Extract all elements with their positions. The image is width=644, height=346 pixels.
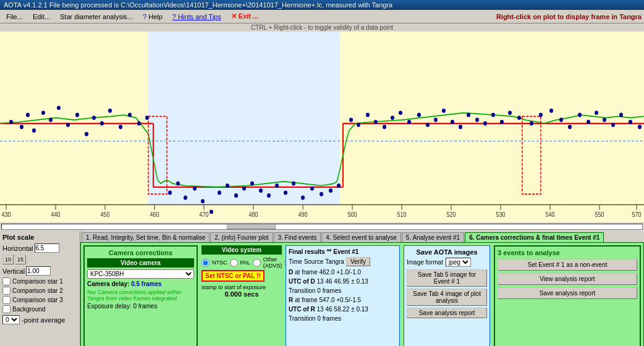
star-diameter-menu[interactable]: Star diameter analysis... <box>56 12 137 22</box>
svg-point-62 <box>210 209 213 214</box>
svg-point-76 <box>329 188 333 193</box>
set-event-button[interactable]: Set Event # 1 as a non-event <box>498 259 637 271</box>
tab-5[interactable]: 5. Analyse event #1 <box>402 232 464 242</box>
comp-star-2-checkbox[interactable] <box>2 287 11 295</box>
video-system-label: Video system <box>201 245 282 255</box>
svg-point-80 <box>366 113 370 117</box>
set-ntsc-button[interactable]: Set NTSC or PAL !! <box>201 270 265 282</box>
horizontal-scrollbar[interactable] <box>0 222 644 231</box>
svg-text:500: 500 <box>347 211 357 218</box>
svg-point-74 <box>310 187 314 191</box>
svg-point-53 <box>119 125 122 129</box>
svg-point-90 <box>451 120 454 124</box>
svg-point-100 <box>539 113 543 117</box>
right-click-hint: Right-click on plot to display frame in … <box>496 13 642 20</box>
svg-point-48 <box>75 113 79 117</box>
r-row: R at frame 547.0 +0.5/-1.5 <box>289 295 397 305</box>
svg-point-75 <box>320 192 323 196</box>
svg-point-61 <box>201 199 205 203</box>
save-tab4-button[interactable]: Save Tab 4 image of plot analysis <box>407 289 487 306</box>
pal-radio[interactable] <box>230 259 238 267</box>
scrollbar-thumb[interactable] <box>226 224 276 229</box>
scrollbar-track[interactable] <box>1 224 643 230</box>
svg-point-110 <box>629 120 632 124</box>
ntsc-label: NTSC <box>212 260 227 266</box>
svg-point-49 <box>85 132 88 137</box>
svg-point-87 <box>426 123 430 127</box>
h-btn-15[interactable]: 15 <box>15 255 26 264</box>
svg-rect-0 <box>0 32 148 205</box>
edit-menu[interactable]: Edit... <box>29 12 54 22</box>
save-report-button[interactable]: Save analysis report <box>498 287 637 299</box>
svg-text:470: 470 <box>199 211 208 218</box>
tab-2[interactable]: 2. (info) Fourier plot <box>210 232 273 242</box>
svg-point-69 <box>267 193 271 198</box>
plot-scale-label: Plot scale <box>2 234 77 241</box>
svg-point-60 <box>193 187 197 191</box>
ntsc-radio[interactable] <box>201 259 210 267</box>
svg-rect-2 <box>340 32 644 205</box>
svg-point-107 <box>603 118 606 122</box>
svg-text:480: 480 <box>248 211 258 218</box>
transition1-row: Transition 0 frames <box>289 286 397 295</box>
h-btn-10[interactable]: 10 <box>2 255 14 264</box>
background-checkbox[interactable] <box>2 305 11 313</box>
camera-model-select[interactable]: KPC-350BH <box>87 269 194 279</box>
cam-corrections-title: Camera corrections <box>87 249 194 256</box>
comp-star-3-row: Comparison star 3 <box>2 296 77 304</box>
comp-star-1-checkbox[interactable] <box>2 277 11 285</box>
svg-point-59 <box>184 196 187 200</box>
comp-star-1-label: Comparison star 1 <box>12 278 63 285</box>
utcd-row: UTC of D 13 46 46.95 ± 0.13 <box>289 277 397 286</box>
events-panel-title: 3 events to analyse <box>498 249 637 256</box>
controls-area: 1. Read, Integrity, Set time, Bin & norm… <box>80 231 644 346</box>
svg-point-58 <box>176 182 180 186</box>
title-text: AOTA v4.1.2.1 File being processed is C:… <box>4 1 392 9</box>
exit-button[interactable]: ✕ Exit ... <box>227 11 262 22</box>
video-camera-label: Video camera <box>87 258 194 268</box>
svg-point-68 <box>259 188 263 193</box>
plot-area[interactable]: 430 440 450 460 470 480 490 500 510 520 <box>0 32 644 222</box>
vertical-input[interactable] <box>26 266 51 276</box>
tab-1[interactable]: 1. Read, Integrity, Set time, Bin & norm… <box>82 232 210 242</box>
svg-point-44 <box>41 111 45 115</box>
svg-text:440: 440 <box>51 211 60 218</box>
view-report-button[interactable]: View analysis report <box>498 273 637 285</box>
save-tab5-button[interactable]: Save Tab 5 image for Event # 1 <box>407 269 487 287</box>
horizontal-input[interactable] <box>35 243 59 253</box>
svg-point-40 <box>9 120 13 124</box>
secs-value: 0.000 secs <box>201 290 282 298</box>
svg-point-96 <box>500 120 504 124</box>
svg-point-85 <box>407 120 411 124</box>
svg-point-63 <box>218 191 221 195</box>
comp-star-2-row: Comparison star 2 <box>2 287 77 295</box>
comp-star-3-label: Comparison star 3 <box>12 297 63 303</box>
avg-row: 0 1 2 -point average <box>2 315 77 324</box>
svg-point-82 <box>383 125 386 129</box>
svg-text:460: 460 <box>150 211 159 218</box>
save-analysis-button[interactable]: Save analysis report <box>407 308 487 318</box>
pal-label: PAL <box>240 260 250 266</box>
svg-point-65 <box>234 193 238 198</box>
hints-tips-menu[interactable]: ? Hints and Tips <box>169 12 225 22</box>
help-menu[interactable]: ? Help <box>139 12 166 22</box>
svg-point-52 <box>108 109 112 113</box>
menu-bar: File... Edit... Star diameter analysis..… <box>0 10 644 23</box>
file-menu[interactable]: File... <box>2 12 27 22</box>
verify-button[interactable]: Verify <box>346 257 370 266</box>
avg-select[interactable]: 0 1 2 <box>2 315 20 324</box>
image-format-label: Image format <box>407 259 443 266</box>
tab-4[interactable]: 4. Select event to analyse <box>321 232 401 242</box>
transition2-row: Transition 0 frames <box>289 314 397 323</box>
ntsc-options-row: NTSC PAL Other (ADVS) Not known <box>201 256 282 269</box>
tab-6[interactable]: 6. Camera corrections & final times Even… <box>465 232 604 242</box>
horizontal-scale-row: Horizontal <box>2 243 77 253</box>
image-format-select[interactable]: jpeg <box>446 258 471 267</box>
svg-point-111 <box>638 125 642 129</box>
tab-3[interactable]: 3. Find events <box>274 232 321 242</box>
other-radio[interactable] <box>253 259 261 267</box>
bottom-controls: Plot scale Horizontal 10 15 Vertical Com… <box>0 231 644 346</box>
video-system-panel: Video system NTSC PAL Other (ADVS) Not k… <box>201 245 282 346</box>
horizontal-label: Horizontal <box>2 245 33 252</box>
comp-star-3-checkbox[interactable] <box>2 296 11 304</box>
